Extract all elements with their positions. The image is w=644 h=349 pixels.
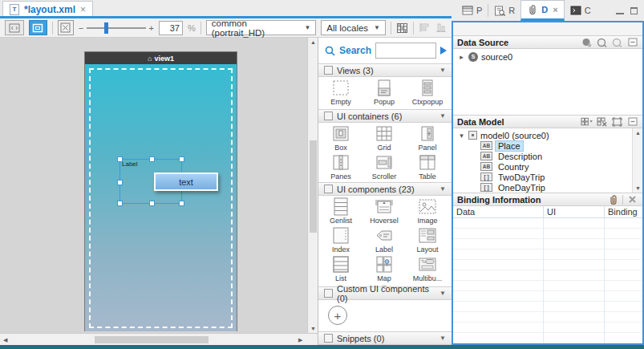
scroll-right-icon[interactable]: ▶	[298, 337, 302, 343]
palette-item-layout[interactable]: Layout	[406, 226, 449, 255]
button-widget[interactable]: text	[154, 172, 218, 191]
scroll-left-icon[interactable]: ◀	[3, 337, 7, 343]
tree-item-field-description[interactable]: AB Description	[458, 151, 631, 161]
collapse-all-icon[interactable]	[626, 37, 638, 48]
scroll-down-icon[interactable]: ▼	[635, 185, 641, 191]
data-binding-view-body: Data Source ▸ S source0 Data Model	[452, 21, 644, 345]
resize-handle-sw[interactable]	[117, 201, 123, 206]
collapse-icon[interactable]: ▼	[439, 335, 446, 342]
zoom-slider-track[interactable]	[87, 27, 145, 29]
palette-item-box[interactable]: Box	[319, 124, 363, 153]
refresh-data-source-icon[interactable]	[611, 37, 623, 48]
minimize-icon[interactable]	[616, 7, 624, 14]
zoom-slider[interactable]: − +	[79, 24, 154, 32]
palette-item-panes[interactable]: Panes	[319, 153, 363, 182]
palette-item-hoversel[interactable]: Hoversel	[363, 197, 406, 226]
collapse-all-icon[interactable]	[626, 116, 638, 128]
section-header-views[interactable]: Views (3) ▼	[318, 63, 452, 77]
tree-item-field-twodaytrip[interactable]: [ ] TwoDayTrip	[458, 172, 631, 182]
column-header-binding[interactable]: Binding	[605, 206, 642, 217]
collapse-icon[interactable]: ▼	[439, 112, 446, 120]
source-view-button[interactable]	[5, 20, 24, 35]
view-body[interactable]: Label text	[85, 64, 237, 331]
locales-select[interactable]: All locales ▼	[321, 20, 386, 35]
scroll-down-icon[interactable]: ▼	[310, 326, 316, 331]
add-data-model-icon[interactable]	[581, 116, 593, 128]
collapse-icon[interactable]: ▼	[439, 290, 446, 297]
add-binding-icon[interactable]	[607, 194, 619, 205]
palette-item-image[interactable]: Image	[406, 197, 449, 226]
palette-item-map[interactable]: Map	[363, 255, 406, 284]
resize-handle-w[interactable]	[117, 180, 123, 185]
tab-resource[interactable]: R	[488, 1, 520, 21]
data-model-scrollbar[interactable]: ▲ ▼	[632, 128, 642, 193]
scroll-up-icon[interactable]: ▲	[635, 130, 641, 136]
resize-handle-n[interactable]	[149, 156, 155, 162]
collapse-icon[interactable]: ▼	[439, 67, 446, 74]
palette-item-popup[interactable]: Popup	[363, 79, 406, 108]
device-frame[interactable]: ⌂ view1 Label	[84, 51, 237, 331]
vertical-scroll-thumb[interactable]	[310, 140, 317, 233]
design-view-button[interactable]	[29, 20, 48, 35]
remove-data-source-icon[interactable]	[596, 37, 608, 48]
palette-item-genlist[interactable]: Genlist	[319, 197, 363, 226]
fit-to-screen-button[interactable]	[58, 20, 74, 35]
tab-console[interactable]: C	[565, 1, 597, 21]
grid-settings-button[interactable]	[396, 22, 408, 34]
section-header-custom-ui-components[interactable]: Custom UI components (0) ▼	[318, 286, 452, 300]
maximize-icon[interactable]	[630, 7, 638, 14]
editor-tab-layout-xml[interactable]: T *layout.xml ×	[2, 1, 93, 17]
search-go-icon[interactable]	[440, 47, 447, 55]
palette-item-label-widget[interactable]: Label	[363, 226, 406, 255]
delete-data-model-icon[interactable]	[596, 116, 608, 128]
tree-item-field-country[interactable]: AB Country	[458, 161, 631, 172]
palette-item-multibutton[interactable]: To: Multibu...	[406, 255, 449, 284]
tab-properties[interactable]: P	[456, 1, 488, 21]
close-icon[interactable]: ×	[80, 4, 86, 15]
palette-item-ctxpopup[interactable]: Ctxpopup	[406, 79, 449, 108]
palette-item-grid[interactable]: Grid	[363, 124, 406, 153]
palette-item-empty[interactable]: Empty	[319, 79, 363, 108]
palette-item-table[interactable]: Table	[406, 153, 449, 182]
resolution-select[interactable]: common (portrait_HD) ▼	[206, 20, 317, 35]
zoom-value-input[interactable]	[159, 21, 183, 35]
zoom-slider-thumb[interactable]	[104, 22, 108, 34]
zoom-in-icon[interactable]: +	[149, 24, 154, 32]
resize-handle-nw[interactable]	[117, 156, 123, 162]
canvas-vertical-scrollbar[interactable]: ▲ ▼	[307, 38, 318, 333]
design-canvas[interactable]: ⌂ view1 Label	[0, 38, 307, 333]
tree-item-source0[interactable]: ▸ S source0	[458, 51, 642, 62]
palette-item-index[interactable]: Index	[319, 226, 363, 255]
expand-all-icon[interactable]	[611, 116, 623, 128]
palette-search-input[interactable]	[375, 43, 436, 59]
close-icon[interactable]: ×	[553, 5, 557, 14]
delete-binding-icon[interactable]	[626, 194, 638, 205]
resize-handle-s[interactable]	[149, 201, 155, 206]
palette-item-panel[interactable]: Panel	[406, 124, 449, 153]
column-header-data[interactable]: Data	[453, 206, 544, 217]
binding-table-body[interactable]	[453, 218, 642, 343]
horizontal-scroll-thumb[interactable]	[95, 336, 209, 343]
scroll-up-icon[interactable]: ▲	[310, 39, 316, 45]
section-header-ui-components[interactable]: UI components (23) ▼	[318, 182, 452, 196]
collapse-icon[interactable]: ▼	[439, 185, 446, 193]
palette-item-scroller[interactable]: Scroller	[363, 153, 406, 182]
resize-handle-ne[interactable]	[179, 156, 184, 162]
section-header-snippets[interactable]: Snippets (0) ▼	[318, 331, 452, 345]
add-custom-component-button[interactable]: +	[328, 306, 347, 325]
add-data-source-icon[interactable]	[581, 37, 593, 48]
section-header-ui-containers[interactable]: UI containers (6) ▼	[318, 109, 452, 123]
zoom-out-icon[interactable]: −	[79, 24, 83, 32]
tab-data-binding[interactable]: D ×	[520, 0, 564, 21]
resize-handle-se[interactable]	[179, 201, 184, 206]
tree-item-model0[interactable]: ▾ model0 (source0)	[458, 130, 631, 140]
tree-item-field-place[interactable]: AB Place	[458, 140, 631, 151]
caret-right-icon[interactable]: ▸	[458, 53, 465, 61]
column-header-ui-component[interactable]: UI Component	[544, 206, 605, 217]
view-window-buttons	[616, 7, 644, 14]
components-grid: Genlist Hoversel Image Index Label	[318, 196, 452, 286]
tree-item-field-onedaytrip[interactable]: [ ] OneDayTrip	[458, 182, 631, 193]
palette-item-list[interactable]: List	[319, 255, 363, 284]
canvas-horizontal-scrollbar[interactable]: ◀ ▶	[0, 333, 318, 345]
caret-down-icon[interactable]: ▾	[458, 132, 465, 140]
